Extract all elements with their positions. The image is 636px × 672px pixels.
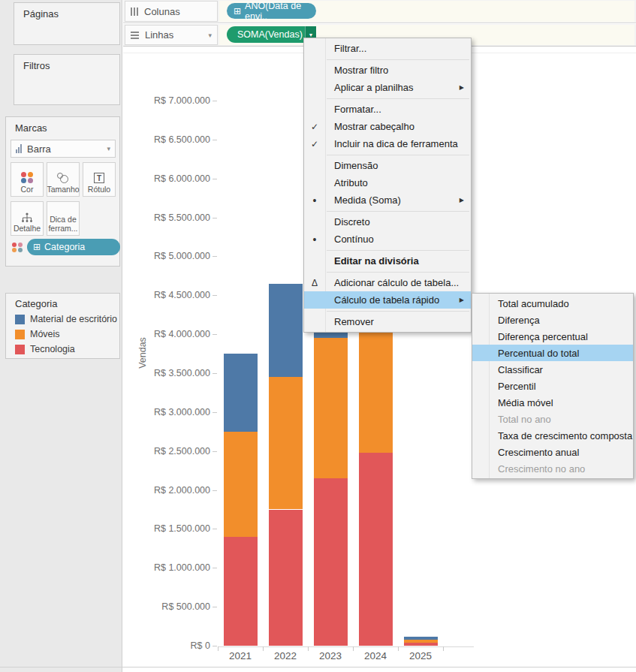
menu-item-label: Classificar: [498, 364, 633, 375]
legend-label: Tecnologia: [30, 344, 75, 354]
tooltip-button[interactable]: Dica de ferram...: [47, 201, 80, 236]
menu-item-taxa-de-crescimento-composta[interactable]: Taxa de crescimento composta: [472, 427, 633, 444]
tooltip-button-label: Dica de ferram...: [47, 215, 79, 233]
menu-item-editar-na-divisória[interactable]: Editar na divisória: [304, 252, 471, 270]
menu-item-média-móvel[interactable]: Média móvel: [472, 394, 633, 411]
ano-data-envio-pill[interactable]: ⊞ ANO(Data de envi..: [227, 3, 316, 19]
y-axis-tick-mark: [213, 607, 217, 607]
detail-button[interactable]: Detalhe: [11, 201, 44, 236]
menu-item-incluir-na-dica-de-ferramenta[interactable]: ✓Incluir na dica de ferramenta: [304, 135, 471, 152]
detail-tree-icon: [21, 212, 33, 223]
menu-item-label: Crescimento anual: [498, 447, 633, 458]
bar-segment-material-de-escrit-rio[interactable]: [224, 354, 258, 432]
pages-card[interactable]: Páginas: [14, 2, 120, 45]
y-axis-tick-label: R$ 7.000.000: [128, 95, 210, 106]
menu-item-mostrar-filtro[interactable]: Mostrar filtro: [304, 62, 471, 79]
color-button[interactable]: Cor: [11, 162, 44, 197]
menu-item-remover[interactable]: Remover: [304, 313, 471, 330]
tableau-window: Páginas Filtros Marcas Barra ▾ Cor Taman…: [0, 0, 636, 672]
menu-item-classificar[interactable]: Classificar: [472, 361, 633, 378]
y-axis-tick-label: R$ 1.500.000: [128, 523, 210, 534]
menu-item-aplicar-a-planilhas[interactable]: Aplicar a planilhas▶: [304, 79, 471, 96]
size-icon: [57, 173, 69, 183]
menu-item-label: Filtrar...: [334, 43, 471, 54]
y-axis-tick-mark: [213, 451, 217, 452]
size-button-label: Tamanho: [47, 185, 79, 194]
menu-item-label: Diferença percentual: [498, 331, 633, 342]
bar-segment-tecnologia[interactable]: [269, 510, 303, 646]
menu-item-diferença[interactable]: Diferença: [472, 312, 633, 328]
menu-item-label: Total acumulado: [498, 298, 633, 309]
chevron-down-icon[interactable]: ▾: [208, 32, 212, 39]
bar-segment-material-de-escrit-rio[interactable]: [404, 637, 438, 640]
y-axis-tick-mark: [213, 295, 217, 296]
bar-segment-m-veis[interactable]: [404, 640, 438, 643]
quick-table-calc-submenu: Total acumuladoDiferençaDiferença percen…: [472, 293, 634, 479]
y-axis-tick-label: R$ 2.000.000: [128, 485, 210, 496]
pages-card-title: Páginas: [14, 3, 119, 20]
columns-icon: [131, 8, 138, 16]
menu-item-total-acumulado[interactable]: Total acumulado: [472, 295, 633, 312]
menu-item-label: Dimensão: [334, 160, 471, 171]
bar-segment-m-veis[interactable]: [314, 338, 348, 478]
submenu-arrow-icon: ▶: [460, 84, 464, 91]
x-axis-boundary-tick: [218, 646, 219, 651]
menu-item-crescimento-no-ano: Crescimento no ano: [472, 460, 633, 477]
x-axis-line: [218, 646, 474, 647]
y-axis-tick-label: R$ 0: [128, 640, 210, 651]
menu-item-medida-soma[interactable]: •Medida (Soma)▶: [304, 191, 471, 209]
menu-item-adicionar-cálculo-de-tabela[interactable]: ΔAdicionar cálculo de tabela...: [304, 274, 471, 291]
bullet-icon: •: [304, 234, 325, 246]
menu-item-filtrar[interactable]: Filtrar...: [304, 40, 471, 57]
y-axis-tick-label: R$ 1.000.000: [128, 562, 210, 573]
menu-item-atributo[interactable]: Atributo: [304, 174, 471, 191]
bar-segment-tecnologia[interactable]: [314, 478, 348, 646]
bar-segment-m-veis[interactable]: [269, 377, 303, 509]
menu-item-label: Taxa de crescimento composta: [498, 430, 633, 441]
worksheet-bottom-border: [0, 667, 636, 667]
menu-item-label: Crescimento no ano: [498, 463, 633, 475]
menu-item-percentil[interactable]: Percentil: [472, 378, 633, 394]
bar-segment-m-veis[interactable]: [224, 432, 258, 537]
legend-item[interactable]: Material de escritório: [15, 314, 119, 324]
menu-item-contínuo[interactable]: •Contínuo: [304, 231, 471, 248]
bar-segment-tecnologia[interactable]: [224, 537, 258, 646]
menu-item-label: Formatar...: [334, 104, 471, 115]
menu-item-diferença-percentual[interactable]: Diferença percentual: [472, 328, 633, 345]
columns-shelf-label: Colunas: [144, 6, 212, 17]
legend-item[interactable]: Tecnologia: [15, 344, 119, 354]
y-axis-tick-label: R$ 6.000.000: [128, 173, 210, 184]
filters-card[interactable]: Filtros: [14, 54, 120, 105]
rows-shelf-label: Linhas: [145, 29, 208, 41]
delta-icon: Δ: [304, 278, 325, 288]
menu-item-crescimento-anual[interactable]: Crescimento anual: [472, 444, 633, 460]
menu-item-dimensão[interactable]: Dimensão: [304, 157, 471, 174]
submenu-arrow-icon: ▶: [460, 197, 464, 203]
categoria-pill[interactable]: ⊞ Categoria: [27, 239, 120, 255]
y-axis-tick-mark: [213, 529, 217, 529]
legend-title: Categoria: [6, 294, 119, 309]
bar-segment-tecnologia[interactable]: [359, 453, 393, 646]
menu-item-formatar[interactable]: Formatar...: [304, 101, 471, 118]
soma-pill-label: SOMA(Vendas): [237, 29, 303, 40]
menu-item-cálculo-de-tabela-rápido[interactable]: Cálculo de tabela rápido▶: [304, 291, 471, 309]
menu-separator: [327, 211, 469, 212]
legend-item[interactable]: Móveis: [15, 329, 119, 339]
y-axis-tick-mark: [213, 490, 217, 491]
menu-item-percentual-do-total[interactable]: Percentual do total: [472, 345, 633, 361]
submenu-arrow-icon: ▶: [460, 297, 464, 303]
color-legend-card: Categoria Material de escritórioMóveisTe…: [5, 293, 120, 359]
label-button[interactable]: T Rótulo: [83, 162, 116, 197]
bar-segment-material-de-escrit-rio[interactable]: [269, 284, 303, 378]
menu-item-label: Medida (Soma): [334, 194, 471, 206]
mark-type-dropdown[interactable]: Barra ▾: [11, 140, 116, 158]
size-button[interactable]: Tamanho: [47, 162, 80, 197]
menu-separator: [327, 59, 469, 60]
bar-segment-tecnologia[interactable]: [404, 643, 438, 646]
menu-item-mostrar-cabeçalho[interactable]: ✓Mostrar cabeçalho: [304, 118, 471, 135]
label-button-label: Rótulo: [88, 185, 110, 194]
menu-item-label: Diferença: [498, 315, 633, 326]
y-axis-tick-mark: [213, 101, 217, 101]
menu-item-discreto[interactable]: Discreto: [304, 213, 471, 231]
y-axis-tick-label: R$ 5.500.000: [128, 212, 210, 223]
